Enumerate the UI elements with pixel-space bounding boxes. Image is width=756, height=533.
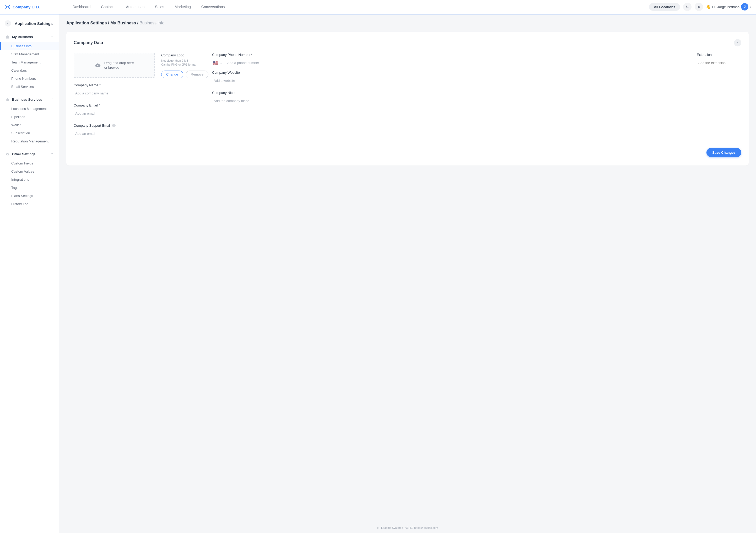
niche-field: Company Niche (212, 91, 741, 106)
main-content: Application Settings / My Business / Bus… (59, 14, 756, 533)
support-email-field: Company Support Emaili (74, 124, 155, 138)
chevron-up-icon: ⌃ (51, 98, 53, 101)
footer-link[interactable]: https://leadific.com (414, 526, 438, 529)
sidebar-item-plans-settings[interactable]: Plans Settings (0, 192, 59, 200)
company-name-field: Company Name* (74, 83, 155, 98)
sidebar-item-custom-fields[interactable]: Custom Fields (0, 159, 59, 167)
logo-hint-1: Not bigger than 2 MB. (161, 59, 206, 63)
footer-icon (377, 527, 380, 529)
extension-input[interactable] (697, 58, 741, 68)
collapse-button[interactable] (734, 39, 741, 46)
sidebar-item-wallet[interactable]: Wallet (0, 121, 59, 129)
sidebar-item-tags[interactable]: Tags (0, 183, 59, 192)
website-field: Company Website (212, 70, 741, 86)
nav-link-dashboard[interactable]: Dashboard (73, 5, 91, 9)
breadcrumb-my-business[interactable]: My Business (110, 21, 136, 25)
wave-icon: 👋 (706, 5, 711, 9)
brand-logo[interactable]: Company LTD. (5, 4, 40, 10)
company-logo-label: Company Logo (161, 53, 206, 57)
support-email-input[interactable] (74, 129, 155, 138)
section-label: Business Services (12, 98, 42, 101)
sidebar-item-email-services[interactable]: Email Services (0, 83, 59, 91)
niche-input[interactable] (212, 96, 741, 106)
svg-rect-0 (6, 98, 9, 101)
back-button[interactable] (5, 20, 11, 26)
logo-hint-2: Can be PNG or JPG format (161, 63, 206, 67)
sidebar-item-custom-values[interactable]: Custom Values (0, 167, 59, 176)
sidebar-item-locations-management[interactable]: Locations Management (0, 105, 59, 113)
company-data-card: Company Data Drag and drop here or brows… (66, 32, 749, 165)
sidebar-section-head-other-settings[interactable]: Other Settings ⌃ (0, 150, 59, 158)
flag-icon: 🇺🇸 (213, 60, 218, 65)
section-label: My Business (12, 35, 33, 39)
gear-icon (6, 153, 10, 156)
services-icon (6, 98, 10, 101)
dropzone-text: Drag and drop here or browse (104, 61, 134, 70)
avatar: J (741, 3, 748, 11)
company-email-input[interactable] (74, 109, 155, 118)
sidebar-item-subscription[interactable]: Subscription (0, 129, 59, 137)
chevron-down-icon: ▾ (750, 6, 751, 8)
sidebar-section-business-services: Business Services ⌃ Locations Management… (0, 93, 59, 147)
sidebar-section-other-settings: Other Settings ⌃ Custom Fields Custom Va… (0, 147, 59, 210)
sidebar-item-pipelines[interactable]: Pipelines (0, 113, 59, 121)
card-title: Company Data (74, 41, 103, 45)
phone-icon[interactable] (683, 3, 691, 11)
brand-text: Company LTD. (13, 5, 40, 9)
arrow-left-icon (7, 22, 9, 25)
chevron-up-icon: ⌃ (51, 153, 53, 156)
nav-link-marketing[interactable]: Marketing (175, 5, 191, 9)
bell-icon[interactable] (695, 3, 703, 11)
info-icon[interactable]: i (112, 124, 116, 127)
locations-pill[interactable]: All Locations (649, 3, 680, 11)
sidebar-item-reputation-management[interactable]: Reputation Management (0, 137, 59, 145)
sidebar-item-business-info[interactable]: Business info (0, 42, 59, 50)
sidebar-title: Application Settings (15, 21, 53, 26)
briefcase-icon (6, 35, 10, 39)
sidebar-section-head-my-business[interactable]: My Business ⌃ (0, 33, 59, 41)
company-name-input[interactable] (74, 89, 155, 98)
breadcrumb: Application Settings / My Business / Bus… (66, 21, 749, 25)
nav-link-automation[interactable]: Automation (126, 5, 145, 9)
footer: Leadific Systems - v3.4.2 https://leadif… (59, 521, 756, 533)
top-nav: Company LTD. Dashboard Contacts Automati… (0, 0, 756, 14)
sidebar-item-phone-numbers[interactable]: Phone Numbers (0, 74, 59, 83)
sidebar-header: Application Settings (0, 14, 59, 30)
save-changes-button[interactable]: Save Changes (707, 148, 741, 157)
sidebar-section-my-business: My Business ⌃ Business info Staff Manage… (0, 30, 59, 93)
sidebar-item-history-log[interactable]: History Log (0, 200, 59, 208)
nav-link-sales[interactable]: Sales (155, 5, 164, 9)
user-greeting[interactable]: 👋 Hi, Jorge Pedroso J ▾ (706, 3, 751, 11)
extension-field: Extension (697, 53, 741, 68)
sidebar-item-team-management[interactable]: Team Management (0, 58, 59, 66)
sidebar-item-integrations[interactable]: Integrations (0, 176, 59, 183)
remove-logo-button[interactable]: Remove (186, 70, 208, 78)
company-email-field: Company Email* (74, 103, 155, 118)
sidebar-item-staff-management[interactable]: Staff Management (0, 50, 59, 58)
breadcrumb-current: Business info (140, 21, 164, 25)
cloud-upload-icon (95, 63, 101, 68)
chevron-up-icon (736, 42, 739, 44)
nav-link-conversations[interactable]: Conversations (201, 5, 225, 9)
phone-field: Company Phone Number* 🇺🇸 ⌄ (212, 53, 690, 68)
main-nav-links: Dashboard Contacts Automation Sales Mark… (73, 5, 225, 9)
nav-link-contacts[interactable]: Contacts (101, 5, 115, 9)
svg-point-2 (377, 527, 379, 529)
sidebar-item-calendars[interactable]: Calendars (0, 66, 59, 74)
top-nav-right: All Locations 👋 Hi, Jorge Pedroso J ▾ (649, 3, 751, 11)
sidebar-section-head-business-services[interactable]: Business Services ⌃ (0, 96, 59, 104)
chevron-up-icon: ⌃ (51, 35, 53, 39)
breadcrumb-app-settings[interactable]: Application Settings (66, 21, 107, 25)
sidebar: Application Settings My Business ⌃ Busin… (0, 14, 59, 533)
change-logo-button[interactable]: Change (161, 70, 183, 78)
svg-rect-1 (7, 98, 8, 98)
phone-input[interactable] (226, 58, 690, 68)
greeting-text: Hi, Jorge Pedroso (712, 5, 740, 9)
country-code-select[interactable]: 🇺🇸 ⌄ (212, 59, 223, 67)
section-label: Other Settings (12, 152, 36, 156)
chevron-down-icon: ⌄ (220, 61, 222, 64)
logo-dropzone[interactable]: Drag and drop here or browse (74, 53, 155, 78)
brand-icon (5, 4, 11, 10)
website-input[interactable] (212, 76, 741, 86)
